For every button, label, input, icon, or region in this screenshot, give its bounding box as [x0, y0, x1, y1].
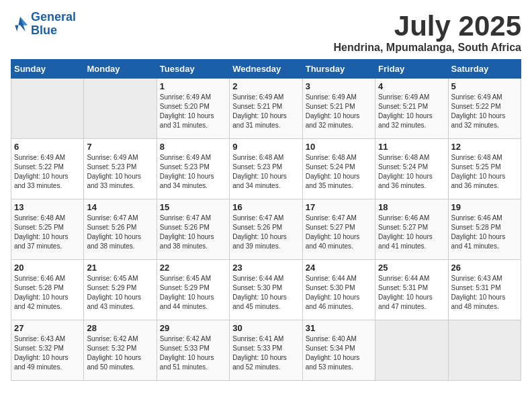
day-info: Sunrise: 6:42 AM Sunset: 5:32 PM Dayligh…: [87, 334, 153, 372]
calendar-table: SundayMondayTuesdayWednesdayThursdayFrid…: [11, 59, 521, 381]
calendar-day-cell: [11, 79, 84, 139]
calendar-week-row: 1Sunrise: 6:49 AM Sunset: 5:20 PM Daylig…: [11, 79, 521, 139]
day-number: 19: [451, 202, 518, 212]
day-info: Sunrise: 6:43 AM Sunset: 5:32 PM Dayligh…: [14, 334, 81, 372]
calendar-day-cell: 24Sunrise: 6:44 AM Sunset: 5:30 PM Dayli…: [302, 260, 375, 320]
calendar-day-cell: 22Sunrise: 6:45 AM Sunset: 5:29 PM Dayli…: [157, 260, 229, 320]
calendar-title: July 2025: [334, 11, 521, 42]
day-number: 16: [232, 202, 299, 212]
day-number: 12: [451, 142, 518, 152]
calendar-day-cell: 4Sunrise: 6:49 AM Sunset: 5:21 PM Daylig…: [375, 79, 448, 139]
day-number: 30: [232, 323, 299, 333]
day-number: 13: [14, 202, 81, 212]
day-info: Sunrise: 6:48 AM Sunset: 5:24 PM Dayligh…: [378, 153, 445, 191]
day-number: 4: [378, 81, 445, 91]
logo-line1: General: [31, 10, 76, 24]
day-info: Sunrise: 6:49 AM Sunset: 5:22 PM Dayligh…: [14, 153, 81, 191]
day-info: Sunrise: 6:49 AM Sunset: 5:20 PM Dayligh…: [160, 93, 226, 130]
calendar-day-cell: 19Sunrise: 6:46 AM Sunset: 5:28 PM Dayli…: [448, 199, 521, 260]
day-info: Sunrise: 6:49 AM Sunset: 5:23 PM Dayligh…: [160, 153, 226, 191]
day-number: 8: [160, 142, 226, 152]
day-info: Sunrise: 6:45 AM Sunset: 5:29 PM Dayligh…: [160, 274, 226, 312]
title-block: July 2025 Hendrina, Mpumalanga, South Af…: [334, 11, 521, 54]
day-info: Sunrise: 6:44 AM Sunset: 5:31 PM Dayligh…: [378, 274, 445, 312]
day-info: Sunrise: 6:47 AM Sunset: 5:26 PM Dayligh…: [232, 214, 299, 251]
weekday-header-row: SundayMondayTuesdayWednesdayThursdayFrid…: [11, 60, 521, 79]
day-number: 26: [451, 263, 518, 273]
day-info: Sunrise: 6:48 AM Sunset: 5:25 PM Dayligh…: [451, 153, 518, 191]
calendar-day-cell: 25Sunrise: 6:44 AM Sunset: 5:31 PM Dayli…: [375, 260, 448, 320]
day-number: 28: [87, 323, 153, 333]
calendar-day-cell: 13Sunrise: 6:48 AM Sunset: 5:25 PM Dayli…: [11, 199, 84, 260]
calendar-day-cell: 5Sunrise: 6:49 AM Sunset: 5:22 PM Daylig…: [448, 79, 521, 139]
day-info: Sunrise: 6:49 AM Sunset: 5:22 PM Dayligh…: [451, 93, 518, 130]
day-number: 9: [232, 142, 299, 152]
day-number: 5: [451, 81, 518, 91]
day-number: 25: [378, 263, 445, 273]
day-info: Sunrise: 6:47 AM Sunset: 5:26 PM Dayligh…: [160, 214, 226, 251]
day-number: 18: [378, 202, 445, 212]
day-info: Sunrise: 6:40 AM Sunset: 5:34 PM Dayligh…: [306, 334, 372, 372]
weekday-header-friday: Friday: [375, 60, 448, 79]
day-info: Sunrise: 6:43 AM Sunset: 5:31 PM Dayligh…: [451, 274, 518, 312]
calendar-day-cell: 7Sunrise: 6:49 AM Sunset: 5:23 PM Daylig…: [84, 139, 157, 199]
day-info: Sunrise: 6:49 AM Sunset: 5:23 PM Dayligh…: [87, 153, 153, 191]
day-info: Sunrise: 6:48 AM Sunset: 5:24 PM Dayligh…: [306, 153, 372, 191]
calendar-day-cell: 31Sunrise: 6:40 AM Sunset: 5:34 PM Dayli…: [302, 320, 375, 381]
day-info: Sunrise: 6:44 AM Sunset: 5:30 PM Dayligh…: [306, 274, 372, 312]
day-number: 14: [87, 202, 153, 212]
calendar-day-cell: 21Sunrise: 6:45 AM Sunset: 5:29 PM Dayli…: [84, 260, 157, 320]
day-number: 7: [87, 142, 153, 152]
day-number: 24: [306, 263, 372, 273]
calendar-week-row: 27Sunrise: 6:43 AM Sunset: 5:32 PM Dayli…: [11, 320, 521, 381]
day-number: 6: [14, 142, 81, 152]
calendar-day-cell: 27Sunrise: 6:43 AM Sunset: 5:32 PM Dayli…: [11, 320, 84, 381]
header: General Blue July 2025 Hendrina, Mpumala…: [11, 11, 521, 54]
day-number: 21: [87, 263, 153, 273]
weekday-header-tuesday: Tuesday: [157, 60, 229, 79]
logo-line2: Blue: [31, 24, 57, 37]
day-info: Sunrise: 6:49 AM Sunset: 5:21 PM Dayligh…: [232, 93, 299, 130]
weekday-header-thursday: Thursday: [302, 60, 375, 79]
calendar-day-cell: 2Sunrise: 6:49 AM Sunset: 5:21 PM Daylig…: [230, 79, 302, 139]
calendar-day-cell: 26Sunrise: 6:43 AM Sunset: 5:31 PM Dayli…: [448, 260, 521, 320]
day-number: 27: [14, 323, 81, 333]
logo: General Blue: [11, 11, 76, 38]
weekday-header-sunday: Sunday: [11, 60, 84, 79]
calendar-day-cell: 28Sunrise: 6:42 AM Sunset: 5:32 PM Dayli…: [84, 320, 157, 381]
day-number: 20: [14, 263, 81, 273]
calendar-day-cell: 9Sunrise: 6:48 AM Sunset: 5:23 PM Daylig…: [230, 139, 302, 199]
calendar-subtitle: Hendrina, Mpumalanga, South Africa: [334, 42, 521, 54]
day-number: 2: [232, 81, 299, 91]
day-number: 31: [306, 323, 372, 333]
calendar-day-cell: 29Sunrise: 6:42 AM Sunset: 5:33 PM Dayli…: [157, 320, 229, 381]
calendar-day-cell: 16Sunrise: 6:47 AM Sunset: 5:26 PM Dayli…: [230, 199, 302, 260]
logo-icon: [11, 15, 30, 34]
day-info: Sunrise: 6:48 AM Sunset: 5:23 PM Dayligh…: [232, 153, 299, 191]
calendar-day-cell: 12Sunrise: 6:48 AM Sunset: 5:25 PM Dayli…: [448, 139, 521, 199]
calendar-week-row: 13Sunrise: 6:48 AM Sunset: 5:25 PM Dayli…: [11, 199, 521, 260]
calendar-day-cell: [448, 320, 521, 381]
day-info: Sunrise: 6:45 AM Sunset: 5:29 PM Dayligh…: [87, 274, 153, 312]
day-info: Sunrise: 6:42 AM Sunset: 5:33 PM Dayligh…: [160, 334, 226, 372]
day-number: 22: [160, 263, 226, 273]
day-info: Sunrise: 6:46 AM Sunset: 5:28 PM Dayligh…: [14, 274, 81, 312]
calendar-week-row: 6Sunrise: 6:49 AM Sunset: 5:22 PM Daylig…: [11, 139, 521, 199]
day-number: 17: [306, 202, 372, 212]
calendar-day-cell: 20Sunrise: 6:46 AM Sunset: 5:28 PM Dayli…: [11, 260, 84, 320]
weekday-header-saturday: Saturday: [448, 60, 521, 79]
day-info: Sunrise: 6:48 AM Sunset: 5:25 PM Dayligh…: [14, 214, 81, 251]
logo-text: General Blue: [31, 11, 76, 38]
day-info: Sunrise: 6:47 AM Sunset: 5:27 PM Dayligh…: [306, 214, 372, 251]
calendar-day-cell: 3Sunrise: 6:49 AM Sunset: 5:21 PM Daylig…: [302, 79, 375, 139]
day-info: Sunrise: 6:49 AM Sunset: 5:21 PM Dayligh…: [378, 93, 445, 130]
calendar-day-cell: 14Sunrise: 6:47 AM Sunset: 5:26 PM Dayli…: [84, 199, 157, 260]
day-number: 15: [160, 202, 226, 212]
calendar-day-cell: 15Sunrise: 6:47 AM Sunset: 5:26 PM Dayli…: [157, 199, 229, 260]
calendar-day-cell: 1Sunrise: 6:49 AM Sunset: 5:20 PM Daylig…: [157, 79, 229, 139]
calendar-day-cell: 17Sunrise: 6:47 AM Sunset: 5:27 PM Dayli…: [302, 199, 375, 260]
day-number: 11: [378, 142, 445, 152]
day-info: Sunrise: 6:44 AM Sunset: 5:30 PM Dayligh…: [232, 274, 299, 312]
day-info: Sunrise: 6:49 AM Sunset: 5:21 PM Dayligh…: [306, 93, 372, 130]
weekday-header-wednesday: Wednesday: [230, 60, 302, 79]
